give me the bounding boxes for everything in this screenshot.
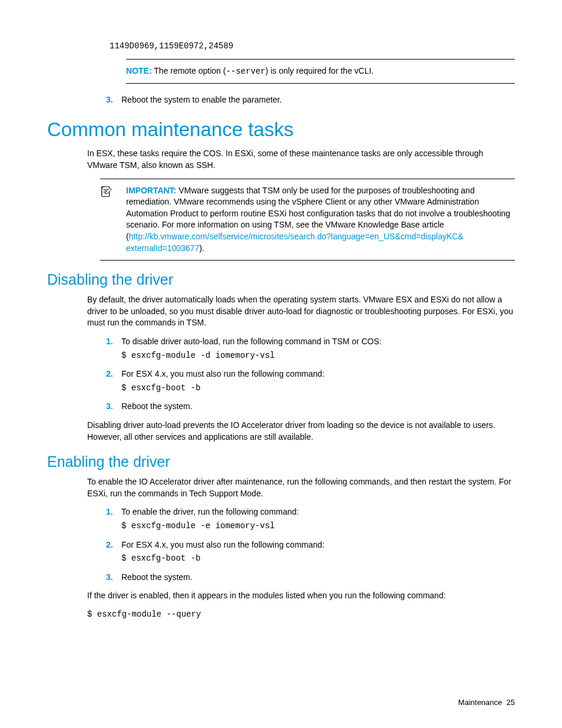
- note-pencil-icon: [100, 185, 113, 198]
- link-close: ).: [199, 243, 204, 253]
- important-icon: [100, 185, 126, 255]
- enable-steps-list: To enable the driver, run the following …: [47, 506, 515, 583]
- disable-steps-list: To disable driver auto-load, run the fol…: [47, 336, 515, 413]
- intro-paragraph: In ESX, these tasks require the COS. In …: [87, 148, 515, 171]
- list-item: To disable driver auto-load, run the fol…: [106, 336, 515, 361]
- step-text: To enable the driver, run the following …: [121, 507, 299, 516]
- list-item: Reboot the system.: [106, 401, 515, 413]
- page-footer: Maintenance 25: [458, 698, 515, 707]
- disable-outro: Disabling driver auto-load prevents the …: [87, 420, 515, 443]
- important-text: IMPORTANT: VMware suggests that TSM only…: [126, 185, 515, 255]
- important-callout: IMPORTANT: VMware suggests that TSM only…: [100, 179, 515, 261]
- list-item: To enable the driver, run the following …: [106, 506, 515, 532]
- note-code: --server: [226, 67, 265, 76]
- important-label: IMPORTANT:: [126, 186, 176, 195]
- note-text-after: ) is only required for the vCLI.: [266, 66, 374, 75]
- note-label: NOTE:: [126, 66, 152, 75]
- footer-page-number: 25: [507, 698, 515, 707]
- list-item: Reboot the system to enable the paramete…: [106, 94, 515, 106]
- heading-disabling-driver: Disabling the driver: [47, 271, 515, 288]
- step-text: For ESX 4.x, you must also run the follo…: [121, 540, 325, 549]
- footer-section: Maintenance: [458, 698, 502, 707]
- disable-intro: By default, the driver automatically loa…: [87, 294, 515, 329]
- kb-link-line2[interactable]: externalId=1003677: [126, 243, 199, 253]
- enable-final-cmd: $ esxcfg-module --query: [87, 609, 515, 621]
- enable-outro: If the driver is enabled, then it appear…: [87, 590, 515, 602]
- heading-common-maintenance: Common maintenance tasks: [47, 118, 515, 141]
- command: $ esxcfg-boot -b: [121, 383, 515, 394]
- document-page: 1149D0969,1159E0972,24589 NOTE: The remo…: [0, 0, 562, 728]
- list-item: For ESX 4.x, you must also run the follo…: [106, 368, 515, 394]
- top-step-list: Reboot the system to enable the paramete…: [47, 94, 515, 106]
- note-text-before: The remote option (: [154, 66, 226, 75]
- enable-intro: To enable the IO Accelerator driver afte…: [87, 476, 515, 499]
- step-text: Reboot the system.: [121, 401, 193, 411]
- command: $ esxcfg-module -e iomemory-vsl: [121, 521, 515, 532]
- note-callout: NOTE: The remote option (--server) is on…: [126, 59, 515, 84]
- important-body: VMware suggests that TSM only be used fo…: [126, 186, 510, 230]
- step-text: Reboot the system to enable the paramete…: [121, 95, 282, 104]
- list-item: For ESX 4.x, you must also run the follo…: [106, 539, 515, 565]
- list-item: Reboot the system.: [106, 572, 515, 584]
- command: $ esxcfg-module -d iomemory-vsl: [121, 350, 515, 362]
- step-text: For ESX 4.x, you must also run the follo…: [121, 369, 325, 378]
- step-text: To disable driver auto-load, run the fol…: [121, 337, 382, 346]
- step-text: Reboot the system.: [121, 572, 193, 582]
- code-line-top: 1149D0969,1159E0972,24589: [110, 41, 515, 51]
- heading-enabling-driver: Enabling the driver: [47, 453, 515, 470]
- command: $ esxcfg-boot -b: [121, 553, 515, 565]
- kb-link-line1[interactable]: http://kb.vmware.com/selfservice/microsi…: [129, 232, 464, 241]
